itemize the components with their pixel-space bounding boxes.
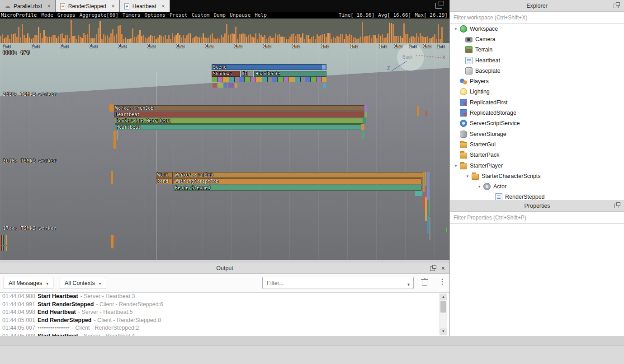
tree-item-startercharacterscripts[interactable]: StarterCharacterScripts — [450, 171, 624, 181]
expand-arrow-icon[interactable] — [453, 163, 459, 168]
float-panel-icon[interactable] — [614, 204, 619, 208]
overflow-menu-icon[interactable] — [439, 277, 446, 286]
game-viewport[interactable]: Back X Z 1ms 1ms 1ms 1ms 1ms 1ms 1ms 1ms… — [0, 19, 449, 260]
tab-heartbeat[interactable]: Heartbeat — [120, 0, 170, 12]
tab-close-icon[interactable] — [47, 4, 51, 9]
mp-menu-help[interactable]: Help — [255, 12, 267, 19]
tree-item-replicatedstorage[interactable]: ReplicatedStorage — [450, 107, 624, 118]
expand-arrow-icon[interactable] — [453, 27, 459, 31]
scroll-down-icon[interactable] — [440, 328, 447, 335]
profiler-bar-worker-runjob[interactable]: Worker::runJob — [114, 105, 366, 111]
profiler-bar-runservice-heartbeat[interactable]: RunService.Heartbeat — [115, 118, 364, 124]
expand-arrow-icon[interactable] — [476, 184, 482, 189]
log-context[interactable]: - Server - Heartbeat:4 — [80, 333, 135, 336]
tick-label: 1ms — [234, 44, 242, 49]
tree-item-camera[interactable]: Camera — [450, 34, 624, 44]
scrollbar-thumb[interactable] — [440, 301, 446, 313]
tree-item-baseplate[interactable]: Baseplate — [450, 65, 624, 76]
tree-item-terrain[interactable]: Terrain — [450, 45, 624, 55]
profiler-bar-id[interactable]: Id — [241, 71, 253, 77]
mp-menu-custom[interactable]: Custom — [192, 12, 210, 19]
contexts-filter-dropdown[interactable]: All Contexts — [60, 277, 106, 289]
tree-item-workspace[interactable]: Workspace — [450, 23, 624, 34]
output-scrollbar[interactable] — [440, 294, 447, 335]
float-panel-icon[interactable] — [430, 266, 435, 271]
tree-item-starterpack[interactable]: StarterPack — [450, 150, 624, 160]
close-panel-icon[interactable] — [441, 265, 445, 272]
group-label-3b18[interactable]: 3b18: TSMk2 worker — [3, 158, 57, 164]
tree-item-renderstepped[interactable]: RenderStepped — [450, 192, 624, 200]
log-context[interactable]: - Client - RenderStepped:6 — [96, 301, 163, 308]
profiler-bar-worker-runjob2[interactable]: Worker::runJob — [174, 172, 423, 178]
log-timestamp: 01:44:04.991 — [2, 301, 35, 308]
log-context[interactable]: - Server - Heartbeat:5 — [78, 309, 133, 315]
mp-menu-aggregate[interactable]: Aggregate[60] — [80, 12, 118, 19]
tree-item-starterplayer[interactable]: StarterPlayer — [450, 160, 624, 171]
tab-close-icon[interactable] — [162, 4, 165, 9]
trash-icon — [422, 280, 427, 286]
mp-menu-timers[interactable]: Timers — [123, 12, 141, 19]
bar-segment — [109, 104, 113, 112]
tab-renderstepped[interactable]: RenderStepped — [56, 0, 120, 12]
mp-menu-groups[interactable]: Groups — [57, 12, 76, 19]
tree-item-actor[interactable]: Actor — [450, 181, 624, 191]
part-icon — [465, 67, 473, 75]
mp-menu-dump[interactable]: Dump — [213, 12, 226, 19]
group-label-gpu[interactable]: 0000: GPU — [3, 50, 30, 56]
chevron-down-icon[interactable] — [407, 280, 410, 288]
chevron-down-icon — [99, 280, 101, 286]
float-panel-icon[interactable] — [614, 4, 619, 8]
log-context[interactable]: - Server - Heartbeat:3 — [80, 293, 135, 299]
log-line: 01:44:04.988Start Heartbeat- Server - He… — [0, 293, 449, 301]
properties-filter-input[interactable] — [450, 212, 624, 223]
script-icon — [124, 3, 129, 9]
profiler-bar-shadows[interactable]: Shadows — [212, 71, 240, 77]
log-context[interactable]: - Client - RenderStepped:8 — [94, 317, 161, 323]
tree-item-heartbeat[interactable]: Heartbeat — [450, 55, 624, 65]
mp-menu-mode[interactable]: Mode — [41, 12, 53, 19]
log-context[interactable]: - Client - RenderStepped:2 — [72, 325, 139, 331]
group-label-17cc[interactable]: 17cc: TSMk2 worker — [3, 225, 57, 231]
tree-item-startergui[interactable]: StarterGui — [450, 139, 624, 149]
profiler-bar-renderstepped[interactable]: RenderStepped — [174, 185, 421, 191]
log-line: 01:44:05.007------------------ Client - … — [0, 324, 449, 332]
script-icon — [465, 57, 473, 64]
x-axis-label: X — [442, 55, 445, 60]
clear-output-button[interactable] — [421, 279, 428, 286]
tab-label: Parallel.rbxl — [14, 3, 42, 9]
properties-title: Properties — [525, 203, 550, 209]
replicated-storage-icon — [460, 109, 467, 117]
expand-arrow-icon[interactable] — [464, 174, 471, 178]
script-icon — [60, 3, 65, 9]
mp-menu-options[interactable]: Options — [145, 12, 165, 19]
window-restore-icon[interactable] — [435, 3, 442, 9]
tree-item-players[interactable]: Players — [450, 76, 624, 86]
tree-item-serverscriptservice[interactable]: ServerScriptService — [450, 118, 624, 129]
mp-menu-unpause[interactable]: Unpause — [230, 12, 251, 19]
profiler-bar-waitingscriptjob[interactable]: WaitingScriptJob — [174, 178, 421, 184]
profiler-bar-rend[interactable]: Rend — [156, 178, 173, 184]
profiler-bar-work[interactable]: Work — [156, 172, 173, 178]
frame-time-histogram[interactable] — [0, 19, 449, 43]
tree-item-replicatedfirst[interactable]: ReplicatedFirst — [450, 97, 624, 107]
explorer-filter-input[interactable] — [450, 12, 624, 23]
mp-menu-preset[interactable]: Preset — [170, 12, 188, 19]
output-log[interactable]: 01:44:04.988Start Heartbeat- Server - He… — [0, 292, 449, 336]
tree-item-serverstorage[interactable]: ServerStorage — [450, 129, 624, 139]
profiler-bar-scene[interactable]: Scene — [212, 64, 326, 70]
log-timestamp: 01:44:04.988 — [2, 293, 35, 299]
profiler-bar-heartbeat[interactable]: Heartbeat — [114, 112, 365, 117]
log-timestamp: 01:44:05.001 — [2, 317, 35, 323]
profiler-bar-heartbeat2[interactable]: Heartbeat — [115, 124, 363, 130]
output-filter-input[interactable] — [263, 278, 399, 288]
tab-parallel-rbxl[interactable]: Parallel.rbxl — [0, 0, 56, 12]
tab-close-icon[interactable] — [112, 4, 115, 9]
tree-item-lighting[interactable]: Lighting — [450, 87, 624, 97]
scroll-up-icon[interactable] — [440, 294, 447, 300]
profiler-bar-hbao[interactable]: HbaoRende — [254, 71, 326, 77]
contexts-filter-label: All Contexts — [65, 280, 95, 286]
output-filter-combo[interactable] — [262, 277, 414, 289]
log-line: 01:44:04.991Start RenderStepped- Client … — [0, 301, 449, 309]
group-label-3d80[interactable]: 3d80: TSMk2 worker — [3, 91, 57, 97]
messages-filter-dropdown[interactable]: All Messages — [4, 277, 53, 289]
